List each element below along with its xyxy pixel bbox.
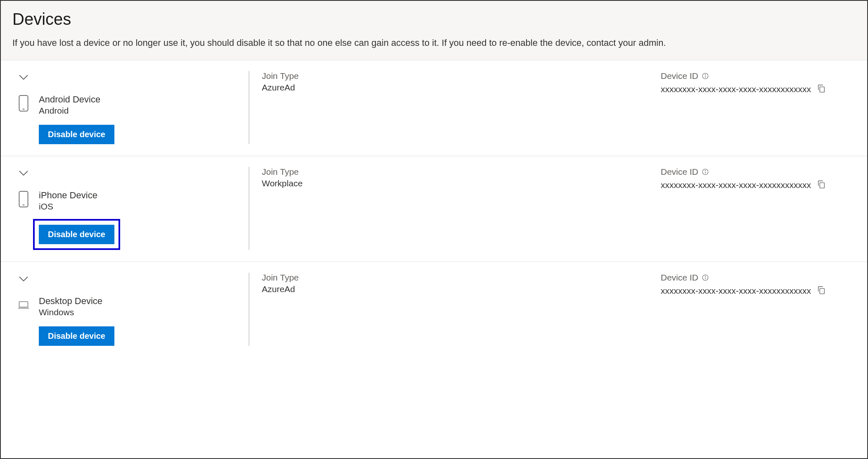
highlighted-disable-wrapper: Disable device — [33, 219, 120, 250]
device-summary: iPhone Device iOS Disable device — [1, 167, 249, 250]
info-icon[interactable] — [702, 72, 709, 80]
device-name: Desktop Device — [39, 296, 114, 307]
join-type-label: Join Type — [262, 167, 661, 177]
join-type-section: Join Type AzureAd — [262, 71, 661, 144]
join-type-value: AzureAd — [262, 284, 661, 294]
phone-icon — [17, 191, 30, 209]
devices-list: Android Device Android Disable device Jo… — [1, 60, 867, 357]
device-name: Android Device — [39, 94, 114, 105]
device-summary: Android Device Android Disable device — [1, 71, 249, 144]
svg-point-15 — [705, 276, 706, 276]
page-header: Devices If you have lost a device or no … — [1, 1, 867, 60]
device-id-label: Device ID — [661, 273, 698, 283]
join-type-section: Join Type Workplace — [262, 167, 661, 250]
device-name: iPhone Device — [39, 190, 120, 201]
device-id-value: xxxxxxxx-xxxx-xxxx-xxxx-xxxxxxxxxxxx — [661, 180, 811, 190]
device-id-label: Device ID — [661, 71, 698, 81]
device-os: Windows — [39, 307, 114, 317]
chevron-down-icon[interactable] — [17, 174, 30, 181]
devices-page: Devices If you have lost a device or no … — [0, 0, 868, 459]
page-description: If you have lost a device or no longer u… — [12, 38, 856, 48]
copy-icon[interactable] — [817, 285, 826, 295]
disable-device-button[interactable]: Disable device — [39, 225, 114, 244]
disable-device-button[interactable]: Disable device — [39, 125, 114, 144]
disable-device-button[interactable]: Disable device — [39, 326, 114, 346]
svg-rect-6 — [19, 191, 28, 207]
device-id-section: Device ID xxxxxxxx-xxxx-xxxx-xxxx-xxxxxx… — [661, 273, 867, 346]
device-summary: Desktop Device Windows Disable device — [1, 273, 249, 346]
chevron-down-icon[interactable] — [17, 279, 30, 286]
device-row: iPhone Device iOS Disable device Join Ty… — [1, 156, 867, 262]
device-id-label: Device ID — [661, 167, 698, 177]
join-type-section: Join Type AzureAd — [262, 273, 661, 346]
svg-point-4 — [705, 74, 706, 75]
page-title: Devices — [12, 10, 856, 29]
copy-icon[interactable] — [817, 84, 826, 93]
svg-rect-12 — [19, 302, 28, 307]
join-type-label: Join Type — [262, 273, 661, 283]
device-row: Desktop Device Windows Disable device Jo… — [1, 262, 867, 357]
device-os: Android — [39, 106, 114, 116]
svg-point-10 — [705, 170, 706, 171]
device-id-section: Device ID xxxxxxxx-xxxx-xxxx-xxxx-xxxxxx… — [661, 71, 867, 144]
device-row: Android Device Android Disable device Jo… — [1, 60, 867, 156]
join-type-value: Workplace — [262, 178, 661, 188]
device-os: iOS — [39, 202, 120, 212]
svg-rect-11 — [820, 183, 824, 188]
svg-rect-5 — [820, 87, 824, 92]
info-icon[interactable] — [702, 274, 709, 281]
svg-rect-0 — [19, 95, 28, 111]
copy-icon[interactable] — [817, 180, 826, 189]
chevron-down-icon[interactable] — [17, 78, 30, 85]
phone-icon — [17, 95, 30, 113]
join-type-label: Join Type — [262, 71, 661, 81]
device-id-value: xxxxxxxx-xxxx-xxxx-xxxx-xxxxxxxxxxxx — [661, 84, 811, 94]
svg-rect-16 — [820, 288, 824, 294]
info-icon[interactable] — [702, 168, 709, 176]
laptop-icon — [17, 297, 30, 315]
device-id-value: xxxxxxxx-xxxx-xxxx-xxxx-xxxxxxxxxxxx — [661, 286, 811, 296]
device-id-section: Device ID xxxxxxxx-xxxx-xxxx-xxxx-xxxxxx… — [661, 167, 867, 250]
join-type-value: AzureAd — [262, 83, 661, 93]
